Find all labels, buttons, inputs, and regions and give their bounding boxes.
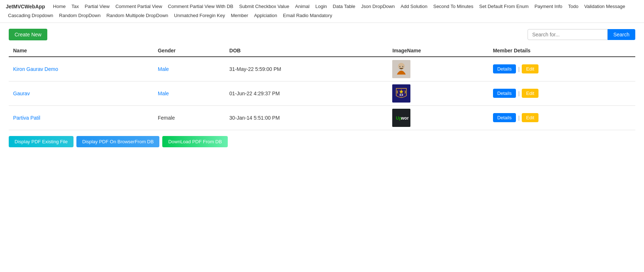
col-member-details: Member Details: [489, 45, 635, 57]
navbar: JetMVCWebApp Home Tax Partial View Comme…: [0, 0, 644, 23]
nav-random-dropdown[interactable]: Random DropDown: [57, 12, 103, 20]
gender-value: Female: [158, 115, 175, 121]
svg-point-6: [401, 94, 402, 96]
cell-actions: Details | Edit: [489, 105, 635, 130]
pdf-buttons-area: Display PDF Existing File Display PDF On…: [9, 136, 635, 147]
cell-dob: 01-Jun-22 4:29:37 PM: [225, 81, 388, 105]
table-row: Partiva Patil Female 30-Jan-14 5:51:00 P…: [9, 105, 635, 130]
details-button[interactable]: Details: [493, 113, 516, 122]
member-name-link[interactable]: Gaurav: [13, 91, 30, 96]
nav-submit-checkbox[interactable]: Submit Checkbox Value: [237, 3, 291, 11]
col-gender: Gender: [154, 45, 225, 57]
nav-unmatched-foreign-key[interactable]: Unmatched Foregin Key: [172, 12, 227, 20]
toolbar: Create New Search: [9, 29, 635, 40]
nav-json-dropdown[interactable]: Json DropDown: [359, 3, 397, 11]
search-button[interactable]: Search: [608, 29, 635, 40]
monk-avatar-icon: [394, 62, 409, 76]
cell-gender: Male: [154, 57, 225, 81]
action-buttons: Details | Edit: [493, 64, 631, 73]
nav-payment-info[interactable]: Payment Info: [532, 3, 565, 11]
table-row: Kiron Gaurav Demo Male 31-May-22 5:59:00…: [9, 57, 635, 81]
edit-button[interactable]: Edit: [522, 113, 538, 122]
crest-icon: [394, 86, 409, 101]
cell-actions: Details | Edit: [489, 81, 635, 105]
nav-member[interactable]: Member: [228, 12, 250, 20]
main-content: Create New Search Name Gender DOB ImageN…: [0, 23, 644, 153]
create-new-button[interactable]: Create New: [9, 29, 47, 40]
action-separator: |: [518, 66, 520, 72]
nav-email-radio-mandatory[interactable]: Email Radio Mandatory: [281, 12, 334, 20]
gender-value: Male: [158, 91, 169, 96]
image-container: Up work: [392, 109, 410, 127]
cell-name: Partiva Patil: [9, 105, 154, 130]
edit-button[interactable]: Edit: [522, 64, 538, 73]
nav-comment-partial-view[interactable]: Comment Partial View: [113, 3, 164, 11]
cell-image: [388, 57, 488, 81]
upwork-icon: Up work: [394, 111, 409, 125]
nav-login[interactable]: Login: [313, 3, 329, 11]
search-input[interactable]: [528, 29, 608, 40]
nav-comment-partial-view-db[interactable]: Comment Partial View With DB: [166, 3, 236, 11]
nav-data-table[interactable]: Data Table: [331, 3, 358, 11]
col-name: Name: [9, 45, 154, 57]
member-name-link[interactable]: Kiron Gaurav Demo: [13, 66, 58, 72]
details-button[interactable]: Details: [493, 89, 516, 98]
action-separator: |: [518, 91, 520, 96]
nav-animal[interactable]: Animal: [293, 3, 312, 11]
member-name-link[interactable]: Partiva Patil: [13, 115, 40, 121]
cell-dob: 31-May-22 5:59:00 PM: [225, 57, 388, 81]
nav-second-to-minutes[interactable]: Second To Minutes: [431, 3, 476, 11]
nav-todo[interactable]: Todo: [566, 3, 581, 11]
details-button[interactable]: Details: [493, 64, 516, 73]
image-container: [392, 60, 410, 78]
cell-name: Kiron Gaurav Demo: [9, 57, 154, 81]
image-container: [392, 84, 410, 103]
nav-add-solution[interactable]: Add Solution: [398, 3, 430, 11]
action-buttons: Details | Edit: [493, 89, 631, 98]
nav-validation-message[interactable]: Validation Message: [582, 3, 628, 11]
search-area: Search: [528, 29, 635, 40]
table-row: Gaurav Male 01-Jun-22 4:29:37 PM: [9, 81, 635, 105]
action-buttons: Details | Edit: [493, 113, 631, 122]
cell-image: Up work: [388, 105, 488, 130]
action-separator: |: [518, 115, 520, 121]
download-pdf-button[interactable]: DownLoad PDF From DB: [162, 136, 227, 147]
svg-point-2: [399, 66, 401, 67]
table-header-row: Name Gender DOB ImageName Member Details: [9, 45, 635, 57]
nav-application[interactable]: Applciation: [252, 12, 279, 20]
display-pdf-existing-button[interactable]: Display PDF Existing File: [9, 136, 73, 147]
cell-actions: Details | Edit: [489, 57, 635, 81]
cell-dob: 30-Jan-14 5:51:00 PM: [225, 105, 388, 130]
nav-set-default-enum[interactable]: Set Default From Enum: [477, 3, 531, 11]
nav-home[interactable]: Home: [51, 3, 68, 11]
cell-gender: Female: [154, 105, 225, 130]
nav-cascading-dropdown[interactable]: Cascading Dropdown: [6, 12, 55, 20]
gender-value: Male: [158, 66, 169, 72]
svg-text:work: work: [401, 116, 409, 121]
nav-partial-view[interactable]: Partial View: [83, 3, 112, 11]
members-table: Name Gender DOB ImageName Member Details…: [9, 45, 635, 130]
col-imagename: ImageName: [388, 45, 488, 57]
brand: JetMVCWebApp: [6, 3, 45, 9]
svg-point-3: [402, 66, 404, 67]
cell-name: Gaurav: [9, 81, 154, 105]
col-dob: DOB: [225, 45, 388, 57]
display-pdf-browser-button[interactable]: Display PDF On BrowserFrom DB: [76, 136, 159, 147]
cell-gender: Male: [154, 81, 225, 105]
edit-button[interactable]: Edit: [522, 89, 538, 98]
cell-image: [388, 81, 488, 105]
nav-random-multipole-dropdown[interactable]: Random Multipole DropDown: [104, 12, 170, 20]
nav-tax[interactable]: Tax: [69, 3, 81, 11]
